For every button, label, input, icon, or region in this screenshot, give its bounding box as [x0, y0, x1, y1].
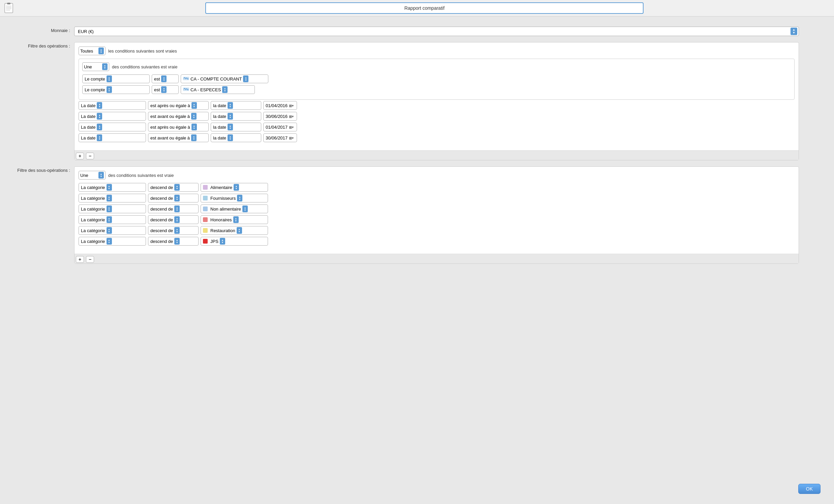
date3-op-stepper[interactable]: ▲▼	[191, 134, 197, 141]
cat2-field-stepper[interactable]: ▲▼	[107, 206, 112, 212]
cat3-value-stepper[interactable]: ▲▼	[233, 216, 239, 223]
cat5-value[interactable]: JPS ▲▼	[201, 237, 268, 246]
date1-op[interactable]: est avant ou égale à ▲▼	[148, 112, 208, 121]
acct1-op-stepper[interactable]: ▲ ▼	[161, 75, 167, 82]
date1-field-stepper[interactable]: ▲▼	[97, 113, 102, 120]
calendar3-icon[interactable]: ▦▾	[289, 136, 293, 140]
date0-picker[interactable]: 01/04/2016 ▦▾	[263, 101, 297, 110]
title-input[interactable]	[205, 2, 643, 14]
filter-ops-quantifier[interactable]: Toutes ▲ ▼	[79, 46, 106, 55]
acct1-field-stepper[interactable]: ▲ ▼	[107, 75, 112, 82]
filter-subops-quantifier-stepper[interactable]: ▲ ▼	[98, 172, 104, 179]
cat4-op[interactable]: descend de ▲▼	[148, 226, 199, 235]
cat4-value-stepper[interactable]: ▲▼	[237, 227, 242, 234]
date0-op[interactable]: est après ou égale à ▲▼	[148, 101, 208, 110]
ok-button[interactable]: OK	[798, 484, 820, 494]
cat4-field-stepper[interactable]: ▲▼	[107, 227, 112, 234]
cat0-value-stepper[interactable]: ▲▼	[234, 184, 239, 191]
cat4-field[interactable]: La catégorie ▲▼	[79, 226, 146, 235]
calendar1-icon[interactable]: ▦▾	[289, 115, 293, 118]
cat0-op[interactable]: descend de ▲▼	[148, 183, 199, 192]
cat5-value-stepper[interactable]: ▲▼	[220, 238, 225, 245]
acct2-value[interactable]: CA - ESPECES ▲ ▼	[181, 85, 255, 94]
date1-picker[interactable]: 30/06/2016 ▦▾	[263, 112, 297, 121]
cat5-field-stepper[interactable]: ▲▼	[107, 238, 112, 245]
acct1-field-text: Le compte	[85, 76, 105, 82]
date2-mode[interactable]: la date ▲▼	[211, 123, 261, 131]
acct1-value[interactable]: CA - COMPTE COURANT ▲ ▼	[181, 74, 268, 83]
cat5-op-stepper[interactable]: ▲▼	[174, 238, 180, 245]
filter-ops-add-btn[interactable]: +	[76, 153, 84, 159]
acct1-field[interactable]: Le compte ▲ ▼	[82, 74, 150, 83]
filter-subops-add-btn[interactable]: +	[76, 256, 84, 263]
cat2-field[interactable]: La catégorie ▲▼	[79, 205, 146, 213]
filter-ops-sub-quantifier[interactable]: Une ▲ ▼	[82, 62, 109, 71]
cat0-field-stepper[interactable]: ▲▼	[107, 184, 112, 191]
date0-mode-stepper[interactable]: ▲▼	[227, 102, 233, 109]
cat4-op-stepper[interactable]: ▲▼	[174, 227, 180, 234]
cat0-op-stepper[interactable]: ▲▼	[174, 184, 180, 191]
date2-field-text: La date	[81, 125, 95, 130]
cat2-op[interactable]: descend de ▲▼	[148, 205, 199, 213]
date0-op-stepper[interactable]: ▲▼	[192, 102, 197, 109]
date1-field[interactable]: La date ▲▼	[79, 112, 146, 121]
filter-ops-remove-btn[interactable]: −	[86, 153, 94, 159]
date0-field-stepper[interactable]: ▲▼	[97, 102, 102, 109]
calendar2-icon[interactable]: ▦▾	[289, 125, 293, 129]
acct2-value-stepper[interactable]: ▲ ▼	[222, 86, 227, 93]
calendar0-icon[interactable]: ▦▾	[289, 104, 293, 108]
cat1-value[interactable]: Fournisseurs ▲▼	[201, 194, 268, 203]
date2-op-stepper[interactable]: ▲▼	[192, 124, 197, 130]
date1-op-stepper[interactable]: ▲▼	[191, 113, 197, 120]
cat3-value[interactable]: Honoraires ▲▼	[201, 215, 268, 224]
cat5-field[interactable]: La catégorie ▲▼	[79, 237, 146, 246]
date2-mode-stepper[interactable]: ▲▼	[227, 124, 233, 130]
acct2-field-stepper[interactable]: ▲ ▼	[107, 86, 112, 93]
cat2-value-stepper[interactable]: ▲▼	[242, 206, 248, 212]
cat2-op-stepper[interactable]: ▲▼	[174, 206, 180, 212]
date3-mode-stepper[interactable]: ▲▼	[227, 134, 233, 141]
acct1-op[interactable]: est ▲ ▼	[152, 74, 179, 83]
cat1-op-stepper[interactable]: ▲▼	[174, 195, 180, 202]
cat3-field-stepper[interactable]: ▲▼	[107, 216, 112, 223]
currency-stepper[interactable]: ▲ ▼	[791, 28, 797, 35]
cat3-field[interactable]: La catégorie ▲▼	[79, 215, 146, 224]
acct2-op[interactable]: est ▲ ▼	[152, 85, 179, 94]
currency-label: Monnaie :	[14, 27, 74, 33]
cat1-value-stepper[interactable]: ▲▼	[237, 195, 242, 202]
date0-field[interactable]: La date ▲▼	[79, 101, 146, 110]
filter-subops-remove-btn[interactable]: −	[86, 256, 94, 263]
date3-op[interactable]: est avant ou égale à ▲▼	[148, 133, 208, 142]
cat3-op-stepper[interactable]: ▲▼	[174, 216, 180, 223]
cat5-op[interactable]: descend de ▲▼	[148, 237, 199, 246]
cat1-field[interactable]: La catégorie ▲▼	[79, 194, 146, 203]
date3-picker[interactable]: 30/06/2017 ▦▾	[263, 133, 297, 142]
filter-ops-sub-stepper[interactable]: ▲ ▼	[102, 63, 108, 70]
acct2-op-stepper[interactable]: ▲ ▼	[161, 86, 167, 93]
date3-field-text: La date	[81, 135, 95, 140]
currency-select[interactable]: EUR (€) ▲ ▼	[74, 27, 799, 36]
date3-field[interactable]: La date ▲▼	[79, 133, 146, 142]
acct2-field[interactable]: Le compte ▲ ▼	[82, 85, 150, 94]
filter-ops-quantifier-stepper[interactable]: ▲ ▼	[98, 47, 104, 54]
filter-subops-label: Filtre des sous-opérations :	[14, 166, 74, 173]
cat2-value[interactable]: Non alimentaire ▲▼	[201, 205, 268, 213]
cat3-op[interactable]: descend de ▲▼	[148, 215, 199, 224]
cat4-value[interactable]: Restauration ▲▼	[201, 226, 268, 235]
filter-subops-quantifier[interactable]: Une ▲ ▼	[79, 171, 106, 180]
date2-field[interactable]: La date ▲▼	[79, 123, 146, 131]
date2-op[interactable]: est après ou égale à ▲▼	[148, 123, 208, 131]
date2-field-stepper[interactable]: ▲▼	[97, 124, 102, 130]
date1-mode[interactable]: la date ▲▼	[211, 112, 261, 121]
date0-mode[interactable]: la date ▲▼	[211, 101, 261, 110]
cat0-value[interactable]: Alimentaire ▲▼	[201, 183, 268, 192]
date3-mode[interactable]: la date ▲▼	[211, 133, 261, 142]
date3-field-stepper[interactable]: ▲▼	[97, 134, 102, 141]
cat1-field-stepper[interactable]: ▲▼	[107, 195, 112, 202]
cat0-field[interactable]: La catégorie ▲▼	[79, 183, 146, 192]
date2-picker[interactable]: 01/04/2017 ▦▾	[263, 123, 297, 131]
cat5-color	[203, 239, 208, 244]
cat1-op[interactable]: descend de ▲▼	[148, 194, 199, 203]
date1-mode-stepper[interactable]: ▲▼	[227, 113, 233, 120]
acct1-value-stepper[interactable]: ▲ ▼	[243, 75, 248, 82]
